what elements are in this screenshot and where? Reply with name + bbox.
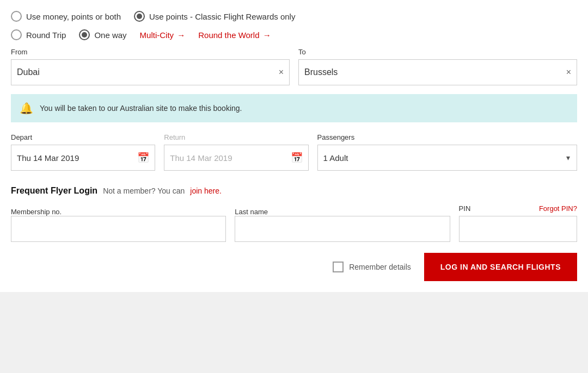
from-field-group: From ×: [11, 48, 290, 85]
ff-join-link[interactable]: join here.: [190, 186, 222, 195]
from-input[interactable]: [17, 67, 274, 77]
lastname-label: Last name: [235, 208, 450, 216]
money-points-radio[interactable]: [11, 11, 22, 22]
multi-city-link[interactable]: Multi-City →: [140, 30, 186, 40]
from-clear-button[interactable]: ×: [279, 68, 284, 77]
to-field-group: To ×: [298, 48, 577, 85]
return-label: Return: [164, 133, 308, 141]
return-group: Return 📅: [164, 133, 308, 171]
trip-type-row: Round Trip One way Multi-City → Round th…: [11, 29, 577, 40]
passengers-group: Passengers 1 Adult 2 Adults 3 Adults 4 A…: [317, 133, 577, 171]
ff-fields-row: Membership no. Last name PIN Forgot PIN?: [11, 204, 577, 242]
to-label: To: [298, 48, 577, 56]
pin-field-group: PIN Forgot PIN?: [459, 204, 577, 242]
to-input-wrapper: ×: [298, 59, 577, 85]
depart-calendar-icon[interactable]: 📅: [137, 152, 149, 164]
frequent-flyer-section: Frequent Flyer Login Not a member? You c…: [11, 186, 577, 242]
to-clear-button[interactable]: ×: [566, 68, 571, 77]
info-icon: 🔔: [20, 102, 33, 115]
bottom-row: Remember details LOG IN AND SEARCH FLIGH…: [11, 253, 577, 281]
pin-label-row: PIN Forgot PIN?: [459, 204, 577, 213]
round-trip-radio[interactable]: [11, 29, 22, 40]
return-input-wrapper: 📅: [164, 145, 308, 171]
from-input-wrapper: ×: [11, 59, 290, 85]
depart-input[interactable]: [17, 153, 137, 163]
return-calendar-icon[interactable]: 📅: [291, 152, 303, 164]
info-banner: 🔔 You will be taken to our Australian si…: [11, 94, 577, 122]
ff-title: Frequent Flyer Login: [11, 186, 97, 196]
login-search-button[interactable]: LOG IN AND SEARCH FLIGHTS: [424, 253, 577, 281]
round-trip-label: Round Trip: [26, 30, 66, 40]
dates-passengers-row: Depart 📅 Return 📅 Passengers 1 Adult 2 A…: [11, 133, 577, 171]
from-to-row: From × To ×: [11, 48, 577, 85]
forgot-pin-link[interactable]: Forgot PIN?: [539, 204, 577, 213]
multi-city-arrow-icon: →: [177, 30, 185, 40]
return-input[interactable]: [170, 153, 290, 163]
lastname-input[interactable]: [235, 216, 450, 242]
one-way-label: One way: [94, 30, 126, 40]
ff-title-row: Frequent Flyer Login Not a member? You c…: [11, 186, 577, 196]
payment-type-row: Use money, points or both Use points - C…: [11, 11, 577, 22]
from-label: From: [11, 48, 290, 56]
one-way-radio[interactable]: [79, 29, 90, 40]
money-points-label: Use money, points or both: [26, 12, 121, 21]
passengers-select-wrapper: 1 Adult 2 Adults 3 Adults 4 Adults 1 Adu…: [317, 145, 577, 171]
remember-details-wrap: Remember details: [333, 262, 411, 272]
membership-input[interactable]: [11, 216, 226, 242]
passengers-select[interactable]: 1 Adult 2 Adults 3 Adults 4 Adults 1 Adu…: [318, 145, 577, 170]
money-points-option[interactable]: Use money, points or both: [11, 11, 121, 22]
depart-input-wrapper: 📅: [11, 145, 155, 171]
info-banner-text: You will be taken to our Australian site…: [40, 104, 242, 113]
one-way-option[interactable]: One way: [79, 29, 126, 40]
passengers-label: Passengers: [317, 133, 577, 141]
to-input[interactable]: [304, 67, 562, 77]
remember-label: Remember details: [349, 263, 411, 271]
pin-label: PIN: [459, 204, 471, 213]
remember-checkbox[interactable]: [333, 262, 344, 272]
depart-group: Depart 📅: [11, 133, 155, 171]
points-only-option[interactable]: Use points - Classic Flight Rewards only: [134, 11, 295, 22]
ff-subtitle: Not a member? You can: [103, 186, 185, 195]
depart-label: Depart: [11, 133, 155, 141]
round-world-arrow-icon: →: [263, 30, 271, 40]
points-only-radio[interactable]: [134, 11, 145, 22]
points-only-label: Use points - Classic Flight Rewards only: [149, 12, 295, 21]
lastname-field-group: Last name: [235, 208, 450, 242]
round-world-link[interactable]: Round the World →: [198, 30, 271, 40]
membership-label: Membership no.: [11, 208, 226, 216]
round-trip-option[interactable]: Round Trip: [11, 29, 66, 40]
membership-field-group: Membership no.: [11, 208, 226, 242]
pin-input[interactable]: [459, 216, 577, 242]
